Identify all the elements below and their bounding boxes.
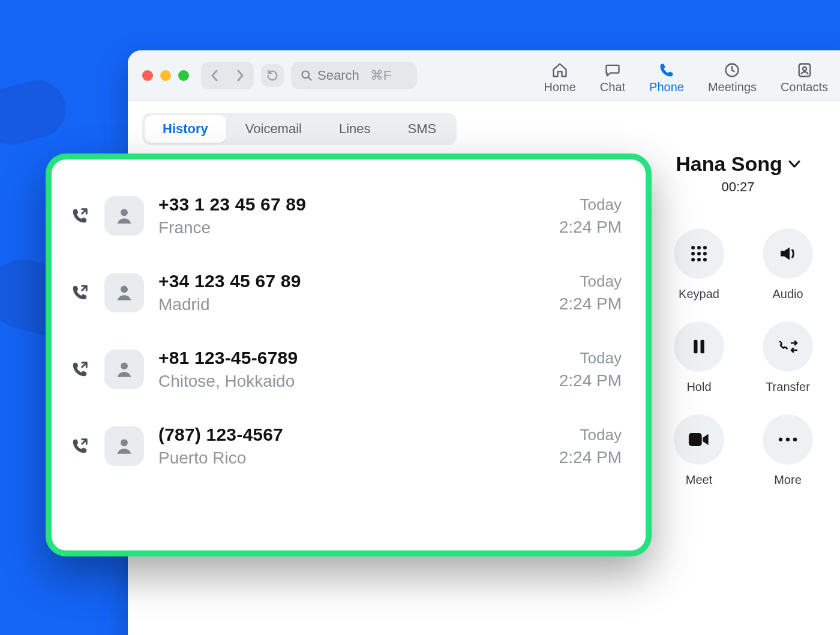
control-label: Meet	[686, 473, 712, 487]
svg-point-20	[121, 209, 128, 216]
video-icon	[688, 431, 710, 448]
keypad-icon	[689, 243, 709, 264]
svg-point-22	[121, 362, 128, 369]
call-number: +33 1 23 45 67 89	[158, 194, 306, 215]
search-shortcut-label: ⌘F	[370, 68, 391, 83]
call-contact-name[interactable]: Hana Song	[636, 152, 840, 176]
speaker-icon	[777, 243, 799, 264]
svg-point-19	[793, 438, 797, 441]
call-day: Today	[559, 272, 622, 291]
nav-label: Phone	[649, 80, 684, 94]
minimize-window-button[interactable]	[160, 70, 171, 81]
segmented-control: History Voicemail Lines SMS	[142, 113, 457, 145]
fullscreen-window-button[interactable]	[178, 70, 189, 81]
history-row[interactable]: +81 123-45-6789 Chitose, Hokkaido Today …	[70, 331, 622, 408]
nav-label: Meetings	[708, 80, 757, 94]
pause-icon	[690, 336, 708, 357]
audio-control[interactable]: Audio	[749, 228, 827, 301]
person-icon	[114, 282, 134, 303]
search-input[interactable]: Search ⌘F	[291, 62, 417, 89]
transfer-control[interactable]: Transfer	[749, 321, 827, 394]
svg-rect-15	[701, 340, 704, 354]
control-label: More	[774, 473, 802, 487]
call-time: Today 2:24 PM	[559, 349, 622, 390]
nav-label: Home	[544, 80, 575, 94]
transfer-icon	[776, 338, 800, 356]
nav-forward-button[interactable]	[229, 64, 251, 87]
call-location: Madrid	[158, 295, 301, 314]
svg-point-6	[697, 246, 701, 249]
window-traffic-lights	[142, 70, 189, 81]
nav-label: Contacts	[781, 80, 828, 94]
svg-point-5	[691, 246, 695, 249]
call-time-value: 2:24 PM	[559, 218, 622, 237]
main-nav: Home Chat Phone Meetings	[544, 50, 828, 100]
tab-history[interactable]: History	[145, 115, 226, 143]
call-time-value: 2:24 PM	[559, 294, 622, 314]
tab-sms[interactable]: SMS	[390, 115, 455, 143]
phone-icon	[658, 61, 676, 79]
hold-control[interactable]: Hold	[660, 321, 738, 394]
tab-lines[interactable]: Lines	[321, 115, 389, 143]
svg-line-1	[308, 77, 311, 80]
contacts-icon	[796, 61, 814, 79]
call-info: (787) 123-4567 Puerto Rico	[158, 425, 283, 468]
outgoing-call-icon	[70, 360, 90, 378]
nav-phone[interactable]: Phone	[649, 61, 684, 94]
call-time: Today 2:24 PM	[559, 272, 622, 314]
control-label: Hold	[686, 380, 711, 394]
nav-back-button[interactable]	[203, 64, 226, 87]
svg-point-12	[697, 258, 701, 261]
control-label: Transfer	[766, 380, 810, 394]
close-window-button[interactable]	[142, 70, 153, 81]
history-row[interactable]: +33 1 23 45 67 89 France Today 2:24 PM	[70, 177, 622, 254]
call-duration: 00:27	[636, 179, 840, 195]
outgoing-call-icon	[70, 437, 90, 455]
outgoing-call-icon	[70, 284, 90, 302]
svg-point-11	[691, 258, 695, 261]
svg-point-7	[703, 246, 707, 249]
history-row[interactable]: +34 123 45 67 89 Madrid Today 2:24 PM	[70, 254, 622, 331]
outgoing-call-icon	[70, 207, 90, 225]
svg-point-9	[697, 252, 701, 255]
call-contact-name-text: Hana Song	[676, 152, 782, 176]
active-call-panel: Hana Song 00:27 Keypad Audio	[636, 140, 840, 487]
call-info: +34 123 45 67 89 Madrid	[158, 271, 301, 314]
call-number: (787) 123-4567	[158, 425, 283, 445]
tab-voicemail[interactable]: Voicemail	[227, 115, 320, 143]
call-number: +81 123-45-6789	[158, 348, 298, 368]
svg-point-10	[703, 252, 707, 255]
history-row[interactable]: (787) 123-4567 Puerto Rico Today 2:24 PM	[70, 408, 622, 484]
nav-label: Chat	[600, 80, 625, 94]
chevron-left-icon	[211, 70, 219, 82]
home-icon	[551, 61, 569, 79]
decorative-blob	[0, 74, 72, 151]
meet-control[interactable]: Meet	[660, 414, 738, 487]
svg-point-13	[703, 258, 707, 261]
person-icon	[114, 206, 134, 226]
nav-contacts[interactable]: Contacts	[781, 61, 828, 94]
control-label: Keypad	[679, 287, 719, 301]
person-icon	[114, 359, 134, 380]
svg-point-18	[786, 438, 790, 441]
call-controls: Keypad Audio Hold	[636, 228, 840, 487]
call-day: Today	[559, 195, 622, 214]
nav-refresh-button[interactable]	[261, 64, 284, 87]
avatar	[104, 273, 144, 312]
svg-point-23	[121, 439, 128, 446]
svg-rect-16	[689, 433, 702, 446]
call-location: Chitose, Hokkaido	[158, 372, 298, 391]
chat-icon	[604, 61, 622, 79]
keypad-control[interactable]: Keypad	[660, 228, 738, 301]
more-control[interactable]: More	[749, 414, 827, 487]
phone-sub-tabs: History Voicemail Lines SMS	[128, 101, 840, 145]
svg-point-17	[779, 438, 782, 441]
refresh-icon	[266, 69, 279, 82]
titlebar: Search ⌘F Home Chat Phone	[128, 50, 840, 101]
nav-home[interactable]: Home	[544, 61, 575, 94]
more-icon	[778, 437, 798, 443]
nav-chat[interactable]: Chat	[600, 61, 625, 94]
call-time-value: 2:24 PM	[559, 371, 622, 390]
nav-meetings[interactable]: Meetings	[708, 61, 757, 94]
call-time: Today 2:24 PM	[559, 426, 622, 467]
